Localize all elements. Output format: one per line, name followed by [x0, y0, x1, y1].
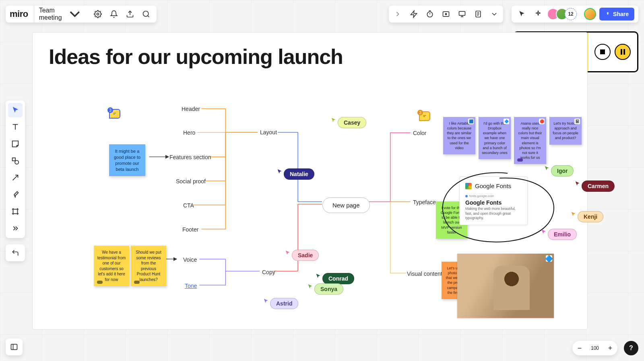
node-typeface[interactable]: Typeface: [413, 199, 436, 205]
cursor-kenji: Kenji: [570, 211, 603, 222]
shape-tool[interactable]: [8, 154, 23, 168]
board-name[interactable]: Team meeting: [34, 5, 89, 23]
help-button[interactable]: ?: [624, 341, 638, 355]
collapse-apps-button[interactable]: [391, 8, 404, 21]
node-header[interactable]: Header: [182, 106, 200, 112]
cursor-label: Conrad: [322, 273, 354, 284]
zoom-control: − 100 +: [572, 341, 617, 355]
cursor-sadie: Sadie: [285, 250, 319, 261]
share-button[interactable]: Share: [599, 8, 634, 21]
sticky-note[interactable]: 🔷I'd go with the Dropbox example when we…: [479, 117, 511, 159]
google-logo-icon: [465, 183, 472, 189]
cursor-label: Igor: [551, 165, 574, 176]
cursor-icon: [330, 117, 337, 123]
timer-tool[interactable]: [423, 8, 436, 21]
node-cta[interactable]: CTA: [183, 202, 194, 209]
node-layout[interactable]: Layout: [260, 129, 277, 135]
google-fonts-card[interactable]: Google Fonts fonts.google.com Google Fon…: [459, 176, 528, 225]
more-apps-button[interactable]: [488, 8, 501, 21]
miro-logo[interactable]: miro: [10, 9, 28, 19]
left-toolbox: [6, 101, 25, 238]
timer-stop-button[interactable]: [594, 44, 611, 60]
cursor-icon: [570, 211, 577, 217]
cursor-icon: [285, 250, 291, 256]
cursor-icon: [307, 283, 314, 290]
bolt-tool[interactable]: [407, 8, 420, 21]
more-tools[interactable]: [8, 221, 23, 236]
timer-icon: [426, 10, 434, 18]
node-hero[interactable]: Hero: [183, 129, 195, 136]
campaign-photo[interactable]: 🔷: [457, 254, 554, 318]
collaborator-avatars[interactable]: 12: [550, 8, 577, 20]
gf-card-desc: Making the web more beautiful, fast, and…: [465, 207, 522, 221]
node-visual-content[interactable]: Visual content: [407, 271, 442, 277]
zoom-level[interactable]: 100: [587, 345, 603, 351]
canvas-frame[interactable]: Ideas for our upcoming launch New page L…: [32, 32, 588, 330]
cursor-label: Sonya: [314, 283, 343, 295]
presentation-icon: [458, 10, 466, 18]
dropbox-icon: 🔷: [504, 119, 509, 124]
sticky-note[interactable]: 🔴Asana uses really nice colors but their…: [514, 117, 546, 164]
arrow-icon: [11, 173, 20, 182]
voting-tool[interactable]: [440, 8, 452, 21]
select-tool[interactable]: [8, 103, 23, 117]
sticky-text: We have a testimonial from one of our cu…: [97, 250, 126, 282]
bolt-icon: [410, 10, 418, 18]
svg-point-2: [143, 11, 149, 16]
arrow-tool[interactable]: [8, 170, 23, 185]
cursor-icon: [277, 168, 283, 175]
cursor-sonya: Sonya: [307, 283, 343, 295]
zoom-out-button[interactable]: −: [574, 343, 585, 354]
pen-tool[interactable]: [8, 187, 23, 202]
top-right-toolbar: 12 Share: [512, 6, 638, 23]
node-footer[interactable]: Footer: [182, 226, 198, 233]
node-copy[interactable]: Copy: [262, 269, 275, 275]
frames-panel-button[interactable]: [6, 338, 23, 355]
sticky-text: Asana uses really nice colors but their …: [518, 121, 542, 160]
gf-card-title: Google Fonts: [465, 199, 522, 206]
reactions-button[interactable]: [532, 8, 545, 21]
node-features[interactable]: Features section: [169, 154, 211, 160]
comment-thread[interactable]: 3: [109, 109, 120, 119]
node-voice[interactable]: Voice: [183, 256, 197, 263]
sticky-tool[interactable]: [8, 137, 23, 151]
sticky-note[interactable]: 📓Let's try Notion approach and focus on …: [549, 117, 582, 145]
more-collaborators[interactable]: 12: [565, 8, 577, 20]
cursor-label: Natalie: [284, 168, 314, 180]
voting-icon: [442, 10, 450, 18]
comment-thread[interactable]: 3: [419, 111, 430, 121]
cursor-mode-button[interactable]: [516, 8, 528, 21]
notes-tool[interactable]: [472, 8, 485, 21]
mindmap-root[interactable]: New page: [322, 197, 370, 213]
shape-icon: [11, 156, 20, 165]
notifications-button[interactable]: [107, 8, 120, 21]
undo-button[interactable]: [6, 244, 25, 261]
sticky-note[interactable]: It might be a good place to promote our …: [109, 144, 145, 176]
svg-line-21: [13, 175, 18, 180]
document-icon: [474, 10, 482, 18]
export-button[interactable]: [124, 8, 136, 21]
timer-pause-button[interactable]: [615, 44, 631, 60]
frame-tool[interactable]: [8, 204, 23, 219]
cursor-icon: [544, 165, 550, 172]
my-avatar[interactable]: [584, 8, 596, 20]
top-left-toolbar: miro Team meeting: [6, 6, 157, 23]
search-button[interactable]: [140, 8, 153, 21]
node-color[interactable]: Color: [413, 130, 426, 136]
text-tool[interactable]: [8, 120, 23, 134]
svg-point-0: [97, 13, 99, 15]
sticky-note[interactable]: 🟦I like Airtable colors because they are…: [443, 117, 475, 154]
cursor-carmen: Carmen: [574, 180, 615, 192]
node-tone[interactable]: Tone: [185, 283, 197, 289]
node-social-proof[interactable]: Social proof: [176, 178, 206, 185]
svg-marker-4: [411, 11, 417, 18]
present-tool[interactable]: [456, 8, 469, 21]
sticky-note[interactable]: We have a testimonial from one of our cu…: [94, 246, 129, 286]
svg-rect-30: [11, 344, 17, 349]
zoom-in-button[interactable]: +: [605, 343, 616, 354]
svg-point-9: [445, 13, 446, 14]
settings-button[interactable]: [91, 8, 104, 21]
sparkle-icon: [534, 10, 542, 18]
sticky-note[interactable]: Should we put some reviews from the prev…: [131, 246, 166, 286]
comment-icon: [112, 111, 118, 117]
